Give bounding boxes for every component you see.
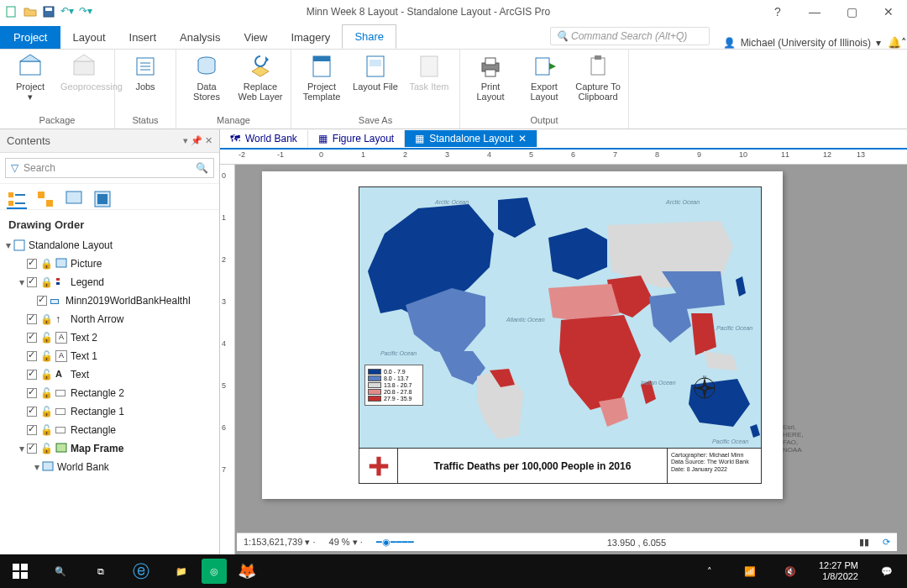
ruler-tick: 10: [739, 150, 747, 159]
list-by-drawing-order-icon[interactable]: [7, 189, 27, 209]
tray-volume-icon[interactable]: 🔇: [770, 554, 810, 588]
tree-legend-layer[interactable]: Minn2019WorldBankHealthI: [3, 291, 216, 310]
tree-picture[interactable]: 🔒Picture: [3, 255, 216, 273]
checkbox-icon[interactable]: [27, 314, 37, 324]
ie-icon[interactable]: ⓔ: [121, 554, 161, 588]
close-button[interactable]: ✕: [870, 5, 907, 18]
checkbox-icon[interactable]: [27, 277, 37, 287]
close-icon[interactable]: ✕: [518, 133, 527, 144]
file-explorer-icon[interactable]: 📁: [161, 554, 202, 588]
checkbox-icon[interactable]: [27, 407, 37, 417]
qat-redo-icon[interactable]: ↷▾: [79, 5, 92, 18]
list-by-map-frame-icon[interactable]: [64, 189, 84, 209]
status-zoom[interactable]: 49 % ▾ ·: [329, 537, 363, 548]
svg-rect-34: [97, 194, 107, 204]
group-label-save-as: Save As: [298, 113, 453, 129]
layout-canvas[interactable]: Arctic Ocean Arctic Ocean Atlantic Ocean…: [235, 165, 907, 554]
document-area: 🗺World Bank ▦Figure Layout ▦Standalone L…: [220, 129, 907, 554]
ribbon-collapse-icon[interactable]: ˄: [901, 36, 907, 49]
qat-new-icon[interactable]: [5, 5, 18, 18]
qat-open-icon[interactable]: [24, 5, 37, 18]
tab-layout[interactable]: Layout: [60, 26, 117, 49]
task-view-icon[interactable]: ⧉: [81, 554, 121, 588]
layout-icon: ▦: [415, 133, 424, 144]
print-layout-button[interactable]: Print Layout: [467, 51, 514, 102]
tab-share[interactable]: Share: [342, 24, 396, 49]
checkbox-icon[interactable]: [37, 296, 47, 306]
project-template-button[interactable]: Project Template: [298, 51, 345, 102]
tree-root[interactable]: ▾Standalone Layout: [3, 236, 216, 255]
help-button[interactable]: ?: [759, 5, 796, 18]
tree-north-arrow[interactable]: 🔒↑North Arrow: [3, 310, 216, 328]
project-package-button[interactable]: Project▾: [7, 51, 54, 102]
legend-row: 27.9 - 35.9: [368, 396, 420, 402]
tree-rect2[interactable]: 🔓Rectangle 2: [3, 384, 216, 402]
tree-legend[interactable]: ▾🔒Legend: [3, 273, 216, 291]
signed-in-user[interactable]: 👤 Michael (University of Illinois) ▾: [716, 37, 888, 49]
replace-web-layer-button[interactable]: Replace Web Layer: [237, 51, 284, 102]
maximize-button[interactable]: ▢: [833, 5, 870, 18]
doc-tab-standalone-layout[interactable]: ▦Standalone Layout✕: [405, 130, 537, 147]
zoom-slider[interactable]: ━◉━━━━: [376, 537, 414, 548]
file-tab[interactable]: Project: [0, 26, 60, 49]
tab-imagery[interactable]: Imagery: [279, 26, 342, 49]
tree-map-frame[interactable]: ▾🔓Map Frame: [3, 439, 216, 458]
taskbar-clock[interactable]: 12:27 PM 1/8/2022: [810, 560, 867, 582]
tab-analysis[interactable]: Analysis: [168, 26, 232, 49]
list-by-element-type-icon[interactable]: [35, 189, 55, 209]
checkbox-icon[interactable]: [27, 259, 37, 269]
pin-icon[interactable]: ▾ 📌 ✕: [183, 135, 212, 146]
tree-text[interactable]: 🔓AText: [3, 365, 216, 384]
tray-network-icon[interactable]: 📶: [730, 554, 770, 588]
minimize-button[interactable]: —: [796, 5, 833, 18]
pause-draw-icon[interactable]: ▮▮: [859, 537, 869, 548]
qat-undo-icon[interactable]: ↶▾: [60, 5, 74, 18]
export-layout-button[interactable]: Export Layout: [521, 51, 568, 102]
svg-rect-31: [46, 200, 53, 207]
doc-tab-figure-layout[interactable]: ▦Figure Layout: [308, 130, 405, 147]
map-title: Traffic Deaths per 100,000 People in 201…: [398, 449, 667, 483]
arcgis-icon[interactable]: ◎: [202, 559, 227, 584]
ribbon-group-manage: Data Stores Replace Web Layer Manage: [176, 50, 291, 129]
notifications-icon[interactable]: 🔔: [888, 36, 901, 49]
checkbox-icon[interactable]: [27, 351, 37, 361]
status-scale[interactable]: 1:153,621,739 ▾ ·: [244, 537, 316, 548]
layout-file-button[interactable]: Layout File: [352, 51, 399, 92]
list-other-icon[interactable]: [92, 189, 113, 209]
tree-text2[interactable]: 🔓AText 2: [3, 328, 216, 347]
tree-rect[interactable]: 🔓Rectangle: [3, 421, 216, 439]
tree-legend-label: Legend: [71, 276, 104, 288]
checkbox-icon[interactable]: [27, 333, 37, 343]
tab-insert[interactable]: Insert: [118, 26, 169, 49]
tree-text1[interactable]: 🔓AText 1: [3, 347, 216, 365]
data-stores-button[interactable]: Data Stores: [183, 51, 230, 102]
tree-rect2-label: Rectangle 2: [71, 387, 124, 399]
capture-clipboard-button[interactable]: Capture To Clipboard: [574, 51, 621, 102]
contents-search[interactable]: ▽ Search 🔍: [5, 158, 214, 178]
command-search[interactable]: 🔍 Command Search (Alt+Q): [550, 27, 710, 45]
doc-tab-world-bank[interactable]: 🗺World Bank: [220, 130, 308, 147]
legend-icon: [55, 276, 67, 288]
tray-chevron-icon[interactable]: ˄: [689, 554, 730, 588]
titlebar: ↶▾ ↷▾ Minn Week 8 Layout - Standalone La…: [0, 0, 907, 24]
checkbox-icon[interactable]: [27, 425, 37, 435]
checkbox-icon[interactable]: [27, 388, 37, 398]
lock-icon: 🔓: [40, 424, 52, 436]
checkbox-icon[interactable]: [27, 370, 37, 380]
tree-map[interactable]: ▾World Bank: [3, 458, 216, 476]
task-item-button: Task Item: [406, 51, 453, 92]
ribbon: Project▾ Geoprocessing Package Jobs Stat…: [0, 49, 907, 129]
jobs-button[interactable]: Jobs: [122, 51, 169, 92]
search-task-icon[interactable]: 🔍: [40, 554, 81, 588]
firefox-icon[interactable]: 🦊: [227, 554, 267, 588]
refresh-icon[interactable]: ⟳: [883, 537, 890, 548]
svg-rect-40: [43, 462, 53, 470]
tree-rect1[interactable]: 🔓Rectangle 1: [3, 402, 216, 421]
jobs-label: Jobs: [122, 81, 169, 92]
map-frame-element[interactable]: Arctic Ocean Arctic Ocean Atlantic Ocean…: [359, 186, 762, 484]
tab-view[interactable]: View: [232, 26, 279, 49]
qat-save-icon[interactable]: [42, 5, 55, 18]
checkbox-icon[interactable]: [27, 444, 37, 454]
action-center-icon[interactable]: 💬: [867, 554, 907, 588]
start-button[interactable]: [0, 554, 40, 588]
